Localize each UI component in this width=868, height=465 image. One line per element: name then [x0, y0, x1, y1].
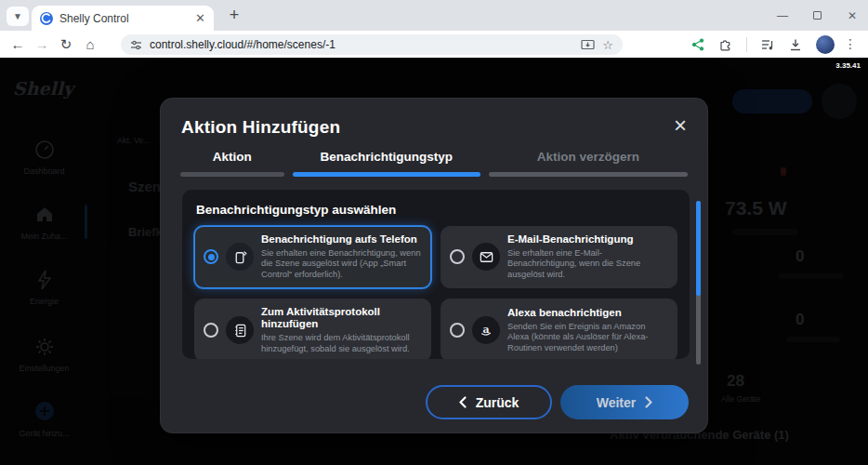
radio-unselected[interactable]	[450, 249, 465, 264]
browser-window: ▼ Shelly Control ✕ + — ✕ ← → ↻ ⌂ control…	[0, 0, 868, 465]
tab-search-button[interactable]: ▼	[7, 7, 29, 26]
home-button[interactable]: ⌂	[78, 36, 102, 52]
phone-notification-icon	[226, 243, 254, 271]
next-button-modal[interactable]: Weiter	[560, 385, 689, 419]
install-app-icon[interactable]	[581, 39, 595, 51]
browser-tab[interactable]: Shelly Control ✕	[32, 6, 214, 31]
new-tab-button[interactable]: +	[223, 4, 245, 26]
window-close-button[interactable]: ✕	[846, 9, 859, 22]
reading-list-icon[interactable]	[761, 38, 775, 51]
activity-log-icon	[226, 316, 254, 344]
radio-selected[interactable]	[204, 249, 218, 264]
back-button-modal[interactable]: Zurück	[426, 385, 552, 419]
amazon-alexa-icon: a	[472, 316, 500, 344]
extensions-icon[interactable]	[718, 37, 732, 51]
bookmark-star-icon[interactable]: ☆	[602, 38, 613, 52]
shelly-app-page: Shelly Dashboard Mein Zuha... Energie Ei…	[0, 58, 868, 465]
app-version: 3.35.41	[835, 61, 861, 70]
option-phone-notification[interactable]: Benachrichtigung aufs Telefon Sie erhalt…	[194, 226, 431, 288]
option-activity-log[interactable]: Zum Aktivitätsprotokoll hinzufügen Ihre …	[194, 299, 431, 359]
step-progress-bar-active	[293, 172, 480, 177]
scrollbar-thumb[interactable]	[696, 201, 701, 296]
modal-scrollbar[interactable]	[696, 201, 701, 365]
address-bar[interactable]: control.shelly.cloud/#/home/scenes/-1 ☆	[121, 34, 623, 55]
panel-title: Benachrichtigungstyp auswählen	[196, 203, 677, 217]
radio-unselected[interactable]	[204, 323, 218, 338]
step-progress-bar	[489, 172, 688, 177]
svg-text:a: a	[482, 324, 489, 336]
add-action-dialog: Aktion Hinzufügen × Aktion Benachrichtig…	[160, 98, 708, 433]
step-benachrichtigungstyp[interactable]: Benachrichtigungstyp	[293, 150, 480, 177]
share-icon[interactable]	[691, 38, 704, 51]
option-alexa-notify[interactable]: a Alexa benachrichtigen Senden Sie ein E…	[441, 299, 677, 359]
tab-close-icon[interactable]: ✕	[195, 12, 205, 24]
downloads-icon[interactable]	[789, 38, 802, 51]
step-aktion-verzoegern[interactable]: Aktion verzögern	[489, 150, 688, 177]
browser-menu-icon[interactable]: ⋮	[844, 36, 857, 51]
forward-button[interactable]: →	[30, 36, 54, 52]
browser-toolbar: ← → ↻ ⌂ control.shelly.cloud/#/home/scen…	[0, 31, 868, 58]
shelly-favicon-icon	[40, 12, 53, 25]
profile-avatar[interactable]	[816, 35, 835, 54]
step-aktion[interactable]: Aktion	[180, 150, 284, 177]
browser-tab-strip: ▼ Shelly Control ✕ + — ✕	[0, 0, 868, 31]
reload-button[interactable]: ↻	[54, 36, 78, 53]
back-button[interactable]: ←	[6, 36, 30, 52]
wizard-steps: Aktion Benachrichtigungstyp Aktion verzö…	[161, 150, 707, 177]
dialog-title: Aktion Hinzufügen	[181, 117, 340, 138]
window-maximize-button[interactable]	[813, 11, 822, 20]
window-minimize-button[interactable]: —	[776, 9, 789, 22]
option-email-notification[interactable]: E-Mail-Benachrichtigung Sie erhalten ein…	[441, 226, 677, 288]
tab-title: Shelly Control	[59, 12, 189, 25]
radio-unselected[interactable]	[450, 323, 465, 338]
chevron-left-icon	[459, 396, 467, 408]
close-icon[interactable]: ×	[674, 117, 687, 134]
url-text[interactable]: control.shelly.cloud/#/home/scenes/-1	[150, 38, 573, 51]
notification-type-panel: Benachrichtigungstyp auswählen Benachric…	[182, 190, 690, 359]
step-progress-bar	[180, 172, 284, 177]
email-icon	[472, 243, 500, 271]
chevron-right-icon	[645, 396, 652, 408]
site-info-icon[interactable]	[130, 39, 142, 51]
toolbar-divider	[746, 37, 747, 52]
